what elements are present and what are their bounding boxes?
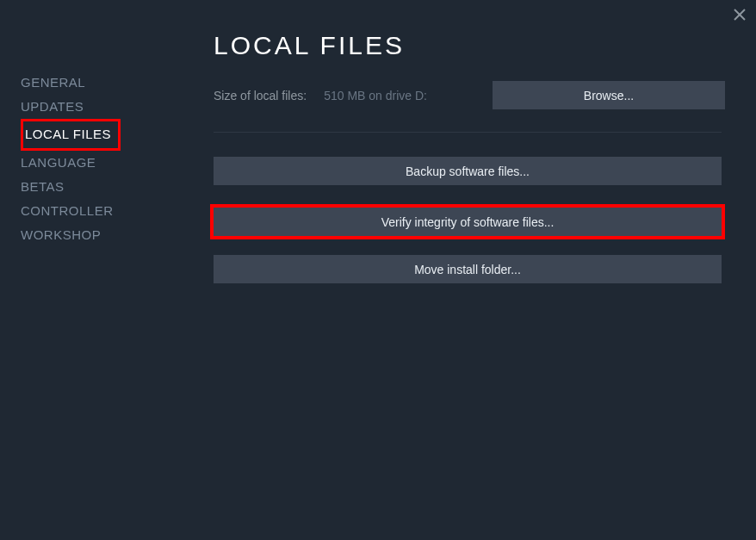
sidebar-item-general[interactable]: GENERAL [21, 71, 89, 95]
verify-button[interactable]: Verify integrity of software files... [214, 208, 722, 236]
browse-button[interactable]: Browse... [493, 81, 725, 109]
move-button[interactable]: Move install folder... [214, 255, 722, 283]
sidebar: GENERAL UPDATES LOCAL FILES LANGUAGE BET… [0, 0, 214, 540]
page-title: LOCAL FILES [214, 31, 725, 60]
divider [214, 132, 722, 133]
size-value: 510 MB on drive D: [324, 89, 427, 102]
window-content: GENERAL UPDATES LOCAL FILES LANGUAGE BET… [0, 0, 756, 540]
sidebar-item-local-files[interactable]: LOCAL FILES [25, 122, 115, 146]
sidebar-item-workshop[interactable]: WORKSHOP [21, 223, 104, 247]
size-row: Size of local files: 510 MB on drive D: … [214, 81, 725, 109]
close-icon [734, 9, 746, 21]
backup-button[interactable]: Backup software files... [214, 157, 722, 185]
size-label: Size of local files: [214, 89, 307, 102]
sidebar-item-controller[interactable]: CONTROLLER [21, 199, 117, 223]
sidebar-item-updates[interactable]: UPDATES [21, 95, 87, 119]
sidebar-item-betas[interactable]: BETAS [21, 175, 68, 199]
main-panel: LOCAL FILES Size of local files: 510 MB … [214, 0, 756, 540]
close-button[interactable] [732, 7, 747, 22]
verify-highlight: Verify integrity of software files... [210, 204, 725, 239]
sidebar-item-language[interactable]: LANGUAGE [21, 151, 99, 175]
